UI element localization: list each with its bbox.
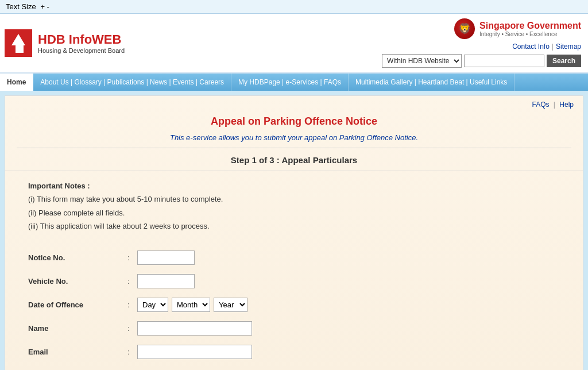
nav-item-multimedia[interactable]: Multimedia Gallery | Heartland Beat | Us… bbox=[349, 74, 514, 91]
logo-title-part2: WEB bbox=[92, 32, 121, 47]
gov-title: Singapore Government bbox=[479, 21, 581, 31]
form-section: Notice No. : Vehicle No. : Date of Offen… bbox=[5, 245, 583, 370]
year-select[interactable]: Year 201020112012 201320142015 bbox=[214, 298, 247, 312]
notes-title: Important Notes : bbox=[28, 179, 560, 192]
month-select[interactable]: Month JanFebMarApr MayJunJulAug SepOctNo… bbox=[172, 298, 210, 312]
text-size-area: Text Size + - bbox=[6, 2, 49, 11]
nav-bar: Home About Us | Glossary | Publications … bbox=[0, 74, 588, 91]
logo-title: HDB InfoWEB bbox=[38, 32, 125, 47]
vehicle-no-colon: : bbox=[120, 277, 137, 286]
nav-item-mypage[interactable]: My HDBPage | e-Services | FAQs bbox=[231, 74, 349, 91]
search-bar: Within HDB Website Search bbox=[382, 54, 581, 68]
date-of-offence-field: Day 12345 678910 1112131415 1617181920 2… bbox=[137, 298, 247, 312]
email-colon: : bbox=[120, 348, 137, 356]
day-select[interactable]: Day 12345 678910 1112131415 1617181920 2… bbox=[137, 298, 168, 312]
header-right: 🦁 Singapore Government Integrity • Servi… bbox=[382, 18, 581, 68]
faqs-link[interactable]: FAQs bbox=[532, 101, 549, 109]
contact-links: Contact Info | Sitemap bbox=[512, 43, 581, 51]
notice-no-input[interactable] bbox=[137, 250, 195, 265]
nav-item-about[interactable]: About Us | Glossary | Publications | New… bbox=[33, 74, 231, 91]
step-header: Step 1 of 3 : Appeal Particulars bbox=[5, 148, 583, 171]
date-of-offence-colon: : bbox=[120, 300, 137, 309]
content-top-links: FAQs | Help bbox=[5, 96, 583, 113]
search-button[interactable]: Search bbox=[547, 55, 581, 67]
top-bar: Text Size + - bbox=[0, 0, 588, 14]
notes-line3: (iii) This application will take about 2… bbox=[28, 219, 560, 233]
sg-gov-text: Singapore Government Integrity • Service… bbox=[479, 21, 581, 37]
date-of-offence-row: Date of Offence : Day 12345 678910 11121… bbox=[28, 298, 560, 312]
page-title-area: Appeal on Parking Offence Notice This e-… bbox=[5, 113, 583, 148]
vehicle-no-field bbox=[137, 274, 195, 288]
gov-title-part1: Singapore bbox=[479, 21, 527, 30]
top-links-separator: | bbox=[554, 101, 555, 109]
email-row: Email : bbox=[28, 345, 560, 359]
name-input[interactable] bbox=[137, 321, 252, 336]
name-label: Name bbox=[28, 324, 120, 333]
email-field-container bbox=[137, 345, 252, 359]
logo-text: HDB InfoWEB Housing & Development Board bbox=[38, 32, 125, 54]
page-subtitle: This e-service allows you to submit your… bbox=[5, 133, 583, 142]
logo-title-part1: HDB Info bbox=[38, 32, 92, 47]
email-input[interactable] bbox=[137, 345, 252, 359]
name-field bbox=[137, 321, 252, 336]
logo-area: HDB InfoWEB Housing & Development Board bbox=[5, 29, 125, 57]
name-colon: : bbox=[120, 324, 137, 333]
page-main-title: Appeal on Parking Offence Notice bbox=[5, 115, 583, 128]
header: HDB InfoWEB Housing & Development Board … bbox=[0, 14, 588, 74]
content-wrapper: FAQs | Help Appeal on Parking Offence No… bbox=[5, 95, 583, 370]
notes-line2: (ii) Please complete all fields. bbox=[28, 206, 560, 219]
notes-section: Important Notes : (i) This form may take… bbox=[5, 179, 583, 245]
sitemap-link[interactable]: Sitemap bbox=[556, 43, 581, 51]
notice-no-colon: : bbox=[120, 253, 137, 262]
sg-gov-logo-icon: 🦁 bbox=[454, 18, 475, 39]
email-label: Email bbox=[28, 348, 120, 356]
sg-gov-branding: 🦁 Singapore Government Integrity • Servi… bbox=[454, 18, 581, 39]
name-row: Name : bbox=[28, 321, 560, 336]
text-size-minus[interactable]: - bbox=[47, 2, 49, 11]
hdb-logo-icon bbox=[5, 29, 32, 57]
date-of-offence-label: Date of Offence bbox=[28, 300, 120, 309]
text-size-label: Text Size bbox=[6, 2, 36, 11]
search-scope-dropdown[interactable]: Within HDB Website bbox=[382, 54, 462, 68]
help-link[interactable]: Help bbox=[559, 101, 574, 109]
nav-item-home[interactable]: Home bbox=[0, 74, 33, 91]
gov-title-part2: Government bbox=[527, 21, 581, 30]
contact-separator: | bbox=[552, 43, 554, 51]
vehicle-no-row: Vehicle No. : bbox=[28, 274, 560, 288]
notice-no-field bbox=[137, 250, 195, 265]
text-size-plus[interactable]: + bbox=[40, 2, 45, 11]
notes-line1: (i) This form may take you about 5-10 mi… bbox=[28, 192, 560, 206]
notice-no-label: Notice No. bbox=[28, 253, 120, 262]
vehicle-no-label: Vehicle No. bbox=[28, 277, 120, 286]
gov-subtitle: Integrity • Service • Excellence bbox=[479, 31, 581, 37]
vehicle-no-input[interactable] bbox=[137, 274, 195, 288]
contact-info-link[interactable]: Contact Info bbox=[512, 43, 550, 51]
search-input[interactable] bbox=[464, 55, 544, 67]
logo-subtitle: Housing & Development Board bbox=[38, 47, 125, 54]
notice-no-row: Notice No. : bbox=[28, 250, 560, 265]
